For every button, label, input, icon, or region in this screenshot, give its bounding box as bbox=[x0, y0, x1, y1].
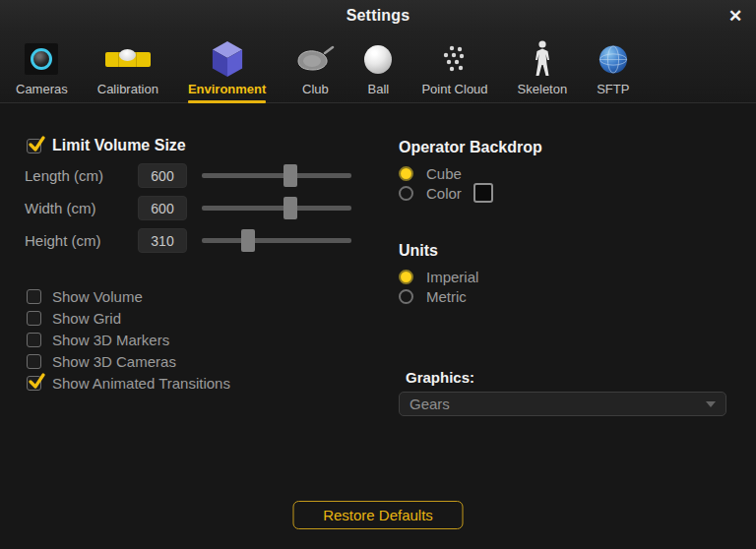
tab-environment[interactable]: Environment bbox=[188, 39, 266, 103]
backdrop-color-option[interactable]: Color bbox=[399, 183, 738, 203]
show-options-list: Show Volume Show Grid Show 3D Markers Sh… bbox=[25, 285, 374, 394]
skeleton-icon bbox=[532, 39, 553, 79]
titlebar: Settings ✕ bbox=[0, 0, 756, 31]
units-heading: Units bbox=[399, 241, 738, 261]
show-3d-markers-checkbox[interactable] bbox=[27, 333, 41, 347]
height-slider[interactable] bbox=[202, 238, 351, 243]
camera-lens-icon bbox=[25, 39, 58, 79]
globe-icon bbox=[598, 39, 628, 79]
height-input[interactable]: 310 bbox=[138, 228, 187, 253]
tab-label: SFTP bbox=[597, 82, 629, 96]
tab-label: Club bbox=[302, 82, 329, 96]
golf-club-icon bbox=[295, 39, 335, 79]
tab-label: Skeleton bbox=[518, 82, 568, 96]
operator-backdrop-heading: Operator Backdrop bbox=[399, 138, 738, 157]
limit-volume-size-label: Limit Volume Size bbox=[52, 137, 186, 154]
imperial-option[interactable]: Imperial bbox=[399, 267, 738, 286]
graphics-dropdown[interactable]: Gears bbox=[399, 392, 726, 416]
tab-point-cloud[interactable]: Point Cloud bbox=[421, 39, 487, 96]
limit-volume-size-checkbox[interactable] bbox=[27, 139, 41, 153]
dialog-title: Settings bbox=[346, 7, 410, 25]
length-label: Length (cm) bbox=[25, 167, 138, 184]
show-volume-row: Show Volume bbox=[27, 285, 374, 307]
tab-cameras[interactable]: Cameras bbox=[16, 39, 68, 96]
backdrop-cube-option[interactable]: Cube bbox=[399, 163, 738, 183]
tab-label: Point Cloud bbox=[421, 82, 487, 96]
length-row: Length (cm) 600 bbox=[25, 162, 374, 188]
point-cloud-icon bbox=[438, 39, 472, 79]
golf-ball-icon bbox=[364, 39, 392, 79]
metric-radio-label: Metric bbox=[426, 288, 467, 305]
width-slider[interactable] bbox=[202, 206, 351, 211]
tab-label: Cameras bbox=[16, 82, 68, 96]
tab-club[interactable]: Club bbox=[295, 39, 335, 96]
metric-radio[interactable] bbox=[399, 289, 413, 304]
color-radio[interactable] bbox=[399, 186, 413, 201]
tab-label: Calibration bbox=[97, 82, 158, 96]
imperial-radio[interactable] bbox=[399, 270, 413, 284]
show-animated-transitions-row: Show Animated Transitions bbox=[27, 372, 374, 394]
cube-radio[interactable] bbox=[399, 166, 413, 181]
show-grid-checkbox[interactable] bbox=[27, 311, 41, 326]
width-slider-thumb[interactable] bbox=[284, 197, 297, 219]
limit-volume-size-row: Limit Volume Size bbox=[27, 136, 374, 155]
tab-ball[interactable]: Ball bbox=[364, 39, 392, 96]
tab-sftp[interactable]: SFTP bbox=[597, 39, 629, 96]
cube-3d-icon bbox=[211, 39, 244, 79]
show-3d-cameras-label: Show 3D Cameras bbox=[52, 353, 176, 370]
tab-label: Ball bbox=[368, 82, 390, 96]
spirit-level-icon bbox=[105, 39, 151, 79]
chevron-down-icon bbox=[706, 401, 716, 407]
tab-skeleton[interactable]: Skeleton bbox=[518, 39, 568, 96]
height-row: Height (cm) 310 bbox=[25, 227, 374, 253]
settings-tab-bar: Cameras Calibration Environment bbox=[0, 31, 756, 103]
graphics-label: Graphics: bbox=[406, 368, 738, 388]
color-radio-label: Color bbox=[426, 185, 462, 202]
units-options: Imperial Metric bbox=[399, 267, 738, 306]
cube-radio-label: Cube bbox=[426, 165, 462, 182]
tab-label: Environment bbox=[188, 82, 266, 96]
show-volume-checkbox[interactable] bbox=[27, 289, 41, 304]
show-grid-row: Show Grid bbox=[27, 307, 374, 329]
show-3d-markers-row: Show 3D Markers bbox=[27, 329, 374, 350]
length-slider-thumb[interactable] bbox=[284, 164, 297, 187]
show-volume-label: Show Volume bbox=[52, 288, 143, 305]
length-slider[interactable] bbox=[202, 173, 351, 178]
operator-backdrop-options: Cube Color bbox=[399, 163, 738, 203]
show-3d-markers-label: Show 3D Markers bbox=[52, 332, 169, 348]
restore-defaults-button[interactable]: Restore Defaults bbox=[293, 501, 464, 529]
settings-dialog: Settings ✕ Cameras Calibration Environme… bbox=[0, 0, 756, 549]
environment-right-panel: Operator Backdrop Cube Color Units Imper… bbox=[399, 138, 738, 416]
height-label: Height (cm) bbox=[25, 232, 138, 249]
show-3d-cameras-checkbox[interactable] bbox=[27, 354, 41, 369]
color-swatch[interactable] bbox=[473, 183, 493, 203]
imperial-radio-label: Imperial bbox=[426, 269, 478, 285]
close-icon[interactable]: ✕ bbox=[723, 3, 748, 29]
units-block: Units Imperial Metric bbox=[399, 241, 738, 306]
height-slider-thumb[interactable] bbox=[241, 229, 255, 252]
show-animated-transitions-label: Show Animated Transitions bbox=[52, 375, 230, 392]
show-animated-transitions-checkbox[interactable] bbox=[27, 376, 41, 391]
width-row: Width (cm) 600 bbox=[25, 195, 374, 220]
graphics-dropdown-value: Gears bbox=[410, 396, 706, 412]
length-input[interactable]: 600 bbox=[138, 163, 187, 188]
width-input[interactable]: 600 bbox=[138, 196, 187, 220]
show-3d-cameras-row: Show 3D Cameras bbox=[27, 350, 374, 372]
tab-calibration[interactable]: Calibration bbox=[97, 39, 158, 96]
show-grid-label: Show Grid bbox=[52, 310, 121, 327]
metric-option[interactable]: Metric bbox=[399, 286, 738, 306]
width-label: Width (cm) bbox=[25, 200, 138, 216]
environment-left-panel: Limit Volume Size Length (cm) 600 Width … bbox=[25, 136, 374, 394]
